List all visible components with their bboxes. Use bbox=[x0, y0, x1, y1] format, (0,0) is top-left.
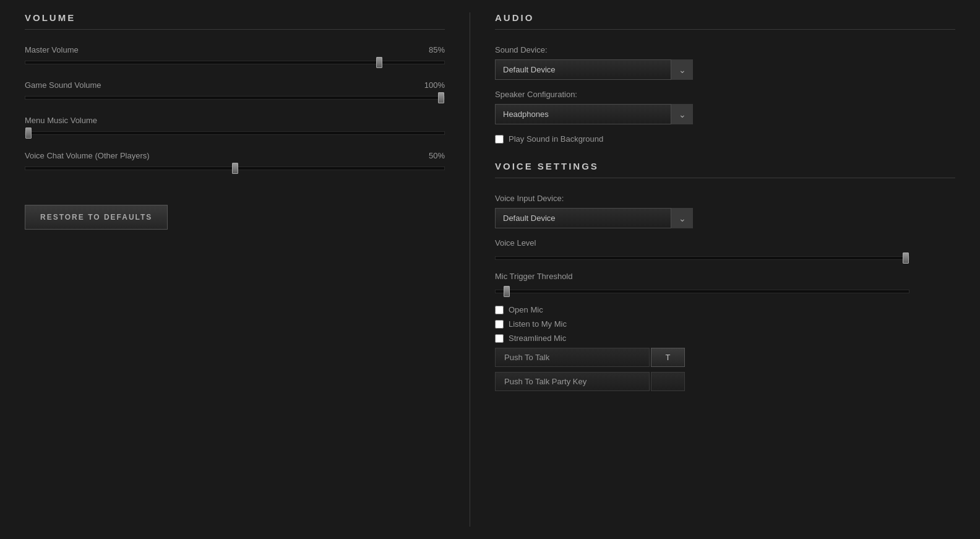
open-mic-checkbox[interactable] bbox=[495, 306, 504, 314]
volume-section-title: VOLUME bbox=[25, 12, 445, 23]
push-to-talk-party-row: Push To Talk Party Key bbox=[495, 372, 955, 391]
mic-trigger-slider[interactable] bbox=[495, 290, 909, 293]
streamlined-mic-label: Streamlined Mic bbox=[509, 334, 566, 343]
voice-settings-section: VOICE SETTINGS Voice Input Device: Defau… bbox=[495, 161, 955, 391]
game-sound-volume-slider[interactable] bbox=[25, 96, 445, 100]
voice-level-label: Voice Level bbox=[495, 238, 955, 248]
master-volume-value: 85% bbox=[429, 45, 445, 54]
voice-chat-volume-value: 50% bbox=[429, 151, 445, 160]
master-volume-label: Master Volume bbox=[25, 45, 79, 54]
voice-level-slider[interactable] bbox=[495, 256, 909, 260]
push-to-talk-key[interactable]: T bbox=[651, 348, 685, 367]
mic-trigger-section: Mic Trigger Threshold bbox=[495, 272, 955, 295]
mic-trigger-slider-container bbox=[495, 286, 909, 295]
mic-trigger-label: Mic Trigger Threshold bbox=[495, 272, 955, 281]
play-sound-bg-checkbox[interactable] bbox=[495, 135, 504, 144]
speaker-config-select[interactable]: Headphones Stereo 5.1 Surround 7.1 Surro… bbox=[495, 104, 693, 124]
open-mic-label: Open Mic bbox=[509, 305, 543, 314]
voice-input-device-label: Voice Input Device: bbox=[495, 194, 955, 203]
streamlined-mic-checkbox[interactable] bbox=[495, 334, 504, 343]
voice-input-device-wrapper: Default Device ⌄ bbox=[495, 208, 693, 228]
speaker-config-label: Speaker Configuration: bbox=[495, 90, 955, 99]
sound-device-label: Sound Device: bbox=[495, 45, 955, 54]
game-sound-volume-row: Game Sound Volume 100% bbox=[25, 80, 445, 102]
menu-music-volume-label: Menu Music Volume bbox=[25, 116, 97, 125]
audio-divider bbox=[495, 29, 955, 30]
listen-mic-label: Listen to My Mic bbox=[509, 319, 567, 329]
master-volume-slider[interactable] bbox=[25, 61, 445, 64]
listen-mic-row: Listen to My Mic bbox=[495, 319, 955, 329]
master-volume-row: Master Volume 85% bbox=[25, 45, 445, 67]
audio-section-title: AUDIO bbox=[495, 12, 955, 23]
menu-music-volume-slider-container bbox=[25, 129, 445, 137]
game-sound-volume-value: 100% bbox=[424, 80, 445, 90]
play-sound-bg-label: Play Sound in Background bbox=[509, 134, 603, 144]
master-volume-slider-container bbox=[25, 58, 445, 67]
voice-settings-divider bbox=[495, 178, 955, 178]
play-sound-bg-row: Play Sound in Background bbox=[495, 134, 955, 144]
voice-chat-volume-slider-container bbox=[25, 164, 445, 173]
voice-input-device-select[interactable]: Default Device bbox=[495, 208, 693, 228]
push-to-talk-party-label: Push To Talk Party Key bbox=[495, 372, 650, 391]
open-mic-row: Open Mic bbox=[495, 305, 955, 314]
menu-music-volume-slider[interactable] bbox=[25, 131, 445, 135]
sound-device-select[interactable]: Default Device bbox=[495, 59, 693, 80]
restore-defaults-button[interactable]: RESTORE TO DEFAULTS bbox=[25, 205, 168, 230]
menu-music-volume-row: Menu Music Volume bbox=[25, 116, 445, 137]
game-sound-volume-label: Game Sound Volume bbox=[25, 80, 101, 90]
listen-mic-checkbox[interactable] bbox=[495, 320, 504, 329]
push-to-talk-row: Push To Talk T bbox=[495, 348, 955, 367]
voice-level-slider-container bbox=[495, 252, 909, 262]
sound-device-wrapper: Default Device ⌄ bbox=[495, 59, 693, 80]
push-to-talk-party-key[interactable] bbox=[651, 372, 685, 391]
volume-divider bbox=[25, 29, 445, 30]
streamlined-mic-row: Streamlined Mic bbox=[495, 334, 955, 343]
voice-level-section: Voice Level bbox=[495, 238, 955, 262]
left-panel: VOLUME Master Volume 85% Game Sound Volu… bbox=[25, 12, 470, 527]
game-sound-volume-slider-container bbox=[25, 93, 445, 102]
voice-chat-volume-slider[interactable] bbox=[25, 166, 445, 170]
push-to-talk-label: Push To Talk bbox=[495, 348, 650, 367]
right-panel: AUDIO Sound Device: Default Device ⌄ Spe… bbox=[470, 12, 955, 527]
voice-chat-volume-label: Voice Chat Volume (Other Players) bbox=[25, 151, 150, 160]
voice-chat-volume-row: Voice Chat Volume (Other Players) 50% bbox=[25, 151, 445, 173]
voice-settings-title: VOICE SETTINGS bbox=[495, 161, 955, 171]
speaker-config-wrapper: Headphones Stereo 5.1 Surround 7.1 Surro… bbox=[495, 104, 693, 124]
